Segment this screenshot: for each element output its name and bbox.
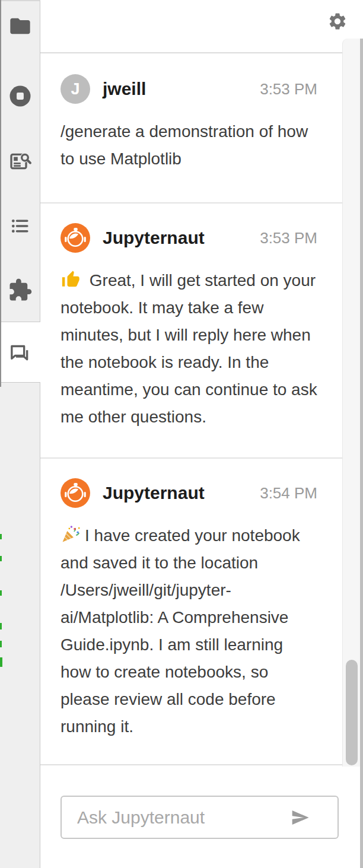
message-text: Great, I will get started on your notebo… <box>60 267 317 431</box>
list-icon <box>9 215 31 237</box>
send-icon <box>288 820 312 829</box>
puzzle-icon <box>8 278 33 303</box>
settings-button[interactable] <box>327 11 348 31</box>
scrollbar-track[interactable] <box>342 39 360 767</box>
edge-mark <box>0 657 2 667</box>
scrollbar-thumb[interactable] <box>346 660 358 765</box>
chat-input-box[interactable] <box>60 796 339 839</box>
document-search-icon <box>8 150 32 173</box>
message-sender: jweill <box>103 79 146 99</box>
folder-icon <box>8 14 32 38</box>
avatar-letter: J <box>71 80 79 98</box>
message-sender: Jupyternaut <box>103 228 205 248</box>
message-timestamp: 3:54 PM <box>260 484 317 503</box>
sidebar-tab-table-of-contents[interactable] <box>0 205 40 247</box>
stop-circle-icon <box>8 84 33 109</box>
window-right-edge <box>360 39 363 868</box>
sidebar-tab-extensions[interactable] <box>0 269 40 311</box>
sidebar-tab-file-browser[interactable] <box>0 5 40 47</box>
party-popper-emoji-icon <box>60 524 81 544</box>
message-text: I have created your notebook and saved i… <box>60 522 317 740</box>
message-timestamp: 3:53 PM <box>260 229 317 247</box>
activity-bar-lower <box>0 382 40 868</box>
edge-mark <box>0 641 2 647</box>
chat-message: Jupyternaut 3:53 PM Great, I will get st… <box>40 202 363 457</box>
message-header: J jweill 3:53 PM <box>60 74 317 104</box>
chat-input[interactable] <box>62 807 288 828</box>
message-list: J jweill 3:53 PM <box>40 55 363 765</box>
chat-panel: J jweill 3:53 PM <box>40 0 363 868</box>
message-header: Jupyternaut 3:54 PM <box>60 478 317 508</box>
chat-message: J jweill 3:53 PM <box>40 55 363 202</box>
thumbs-up-emoji-icon <box>60 269 81 289</box>
chat-icon <box>8 342 32 365</box>
message-text: /generate a demonstration of how to use … <box>60 118 317 173</box>
message-sender: Jupyternaut <box>103 483 205 503</box>
edge-mark <box>0 623 2 629</box>
send-button[interactable] <box>288 808 312 827</box>
sidebar-tab-running-sessions[interactable] <box>0 75 40 117</box>
sidebar-tab-inspector[interactable] <box>0 140 40 183</box>
edge-mark <box>0 556 2 561</box>
message-header: Jupyternaut 3:53 PM <box>60 223 317 253</box>
jupyternaut-avatar-icon <box>60 223 90 253</box>
chat-message: Jupyternaut 3:54 PM I have created your … <box>40 457 363 765</box>
message-timestamp: 3:53 PM <box>260 80 317 98</box>
edge-mark <box>0 534 2 539</box>
window-left-edge <box>0 0 1 387</box>
chat-footer <box>40 767 363 868</box>
chat-header <box>40 0 363 53</box>
edge-mark <box>0 590 2 596</box>
jupyternaut-avatar-icon <box>60 478 90 508</box>
sidebar-tab-chat[interactable] <box>0 332 40 375</box>
user-avatar: J <box>60 74 90 104</box>
gear-icon <box>327 24 348 33</box>
